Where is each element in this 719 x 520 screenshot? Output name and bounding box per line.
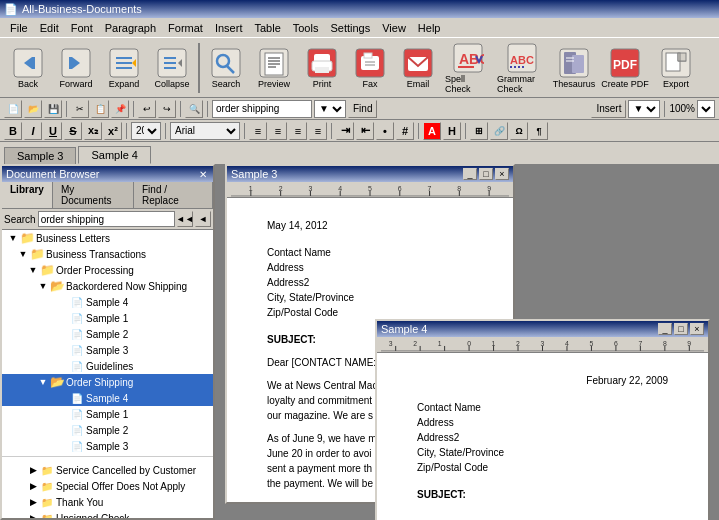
tree-item-unsigned-check[interactable]: ▶ 📁 Unsigned Check <box>2 510 213 518</box>
tree-item-sample2-1[interactable]: 📄 Sample 2 <box>2 326 213 342</box>
menu-table[interactable]: Table <box>248 20 286 36</box>
minimize-btn[interactable]: _ <box>463 168 477 180</box>
browser-nav-prev[interactable]: ◄◄ <box>177 211 193 227</box>
tree-item-backordered[interactable]: ▼ 📂 Backordered Now Shipping <box>2 278 213 294</box>
tree-view[interactable]: ▼ 📁 Business Letters ▼ 📁 Business Transa… <box>2 230 213 518</box>
print-button[interactable]: Print <box>298 44 346 92</box>
menu-help[interactable]: Help <box>412 20 447 36</box>
copy-btn[interactable]: 📋 <box>91 100 109 118</box>
browser-tab-mydocs[interactable]: My Documents <box>53 182 134 208</box>
tree-item-sample2-2[interactable]: 📄 Sample 2 <box>2 422 213 438</box>
font-size-select[interactable]: 20 <box>131 122 161 140</box>
menu-format[interactable]: Format <box>162 20 209 36</box>
zoom-out-btn[interactable]: 🔍 <box>185 100 203 118</box>
tree-item-sample1-2[interactable]: 📄 Sample 1 <box>2 406 213 422</box>
align-right-btn[interactable]: ≡ <box>289 122 307 140</box>
expand-button[interactable]: Expand <box>100 44 148 92</box>
show-all-btn[interactable]: ¶ <box>530 122 548 140</box>
menu-insert[interactable]: Insert <box>209 20 249 36</box>
panel-close-btn[interactable]: ✕ <box>197 169 209 180</box>
number-btn[interactable]: # <box>396 122 414 140</box>
bullet-btn[interactable]: • <box>376 122 394 140</box>
menu-file[interactable]: File <box>4 20 34 36</box>
find-dropdown[interactable]: ▼ <box>314 100 346 118</box>
tree-item-business-transactions[interactable]: ▼ 📁 Business Transactions <box>2 246 213 262</box>
align-center-btn[interactable]: ≡ <box>269 122 287 140</box>
tree-item-sample3-2[interactable]: 📄 Sample 3 <box>2 438 213 454</box>
browser-nav-next[interactable]: ◄ <box>195 211 211 227</box>
tree-item-sample3-1[interactable]: 📄 Sample 3 <box>2 342 213 358</box>
open-btn[interactable]: 📂 <box>24 100 42 118</box>
link-btn[interactable]: 🔗 <box>490 122 508 140</box>
tree-item-sample4-2[interactable]: 📄 Sample 4 <box>2 390 213 406</box>
menu-tools[interactable]: Tools <box>287 20 325 36</box>
tree-item-thank-you[interactable]: ▶ 📁 Thank You <box>2 494 213 510</box>
back-button[interactable]: Back <box>4 44 52 92</box>
browser-search-input[interactable] <box>38 211 175 227</box>
new-doc-btn[interactable]: 📄 <box>4 100 22 118</box>
tree-item-business-letters[interactable]: ▼ 📁 Business Letters <box>2 230 213 246</box>
undo-btn[interactable]: ↩ <box>138 100 156 118</box>
format-sep-4 <box>331 123 332 139</box>
menu-font[interactable]: Font <box>65 20 99 36</box>
outdent-btn[interactable]: ⇤ <box>356 122 374 140</box>
preview-button[interactable]: Preview <box>250 44 298 92</box>
search-button[interactable]: Search <box>202 44 250 92</box>
sub-btn[interactable]: x₂ <box>84 122 102 140</box>
insert-dropdown[interactable]: ▼ <box>628 100 660 118</box>
forward-button[interactable]: Forward <box>52 44 100 92</box>
thesaurus-button[interactable]: Thesaurus <box>550 44 598 92</box>
tree-item-special-offer[interactable]: ▶ 📁 Special Offer Does Not Apply <box>2 478 213 494</box>
redo-btn[interactable]: ↪ <box>158 100 176 118</box>
spell-check-button[interactable]: ABC Spell Check <box>442 39 494 97</box>
tree-item-sample1-1[interactable]: 📄 Sample 1 <box>2 310 213 326</box>
menu-paragraph[interactable]: Paragraph <box>99 20 162 36</box>
bold-btn[interactable]: B <box>4 122 22 140</box>
close-btn[interactable]: × <box>495 168 509 180</box>
tree-item-order-shipping[interactable]: ▼ 📂 Order Shipping <box>2 374 213 390</box>
menu-view[interactable]: View <box>376 20 412 36</box>
paste-btn[interactable]: 📌 <box>111 100 129 118</box>
save-btn[interactable]: 💾 <box>44 100 62 118</box>
indent-btn[interactable]: ⇥ <box>336 122 354 140</box>
collapse-button[interactable]: Collapse <box>148 44 196 92</box>
grammar-check-button[interactable]: ABC Grammar Check <box>494 39 550 97</box>
main-content: Document Browser ✕ Library My Documents … <box>0 164 719 520</box>
color-btn[interactable]: A <box>423 122 441 140</box>
maximize-btn-s4[interactable]: □ <box>674 323 688 335</box>
find-input[interactable] <box>212 100 312 118</box>
cut-btn[interactable]: ✂ <box>71 100 89 118</box>
justify-btn[interactable]: ≡ <box>309 122 327 140</box>
create-pdf-button[interactable]: PDF Create PDF <box>598 44 652 92</box>
table-btn[interactable]: ⊞ <box>470 122 488 140</box>
symbol-btn[interactable]: Ω <box>510 122 528 140</box>
maximize-btn[interactable]: □ <box>479 168 493 180</box>
tree-item-order-processing[interactable]: ▼ 📁 Order Processing <box>2 262 213 278</box>
export-button[interactable]: Export <box>652 44 700 92</box>
align-left-btn[interactable]: ≡ <box>249 122 267 140</box>
minimize-btn-s4[interactable]: _ <box>658 323 672 335</box>
highlight-btn[interactable]: H <box>443 122 461 140</box>
menu-settings[interactable]: Settings <box>324 20 376 36</box>
svg-rect-12 <box>164 57 176 59</box>
browser-tab-find[interactable]: Find / Replace <box>134 182 213 208</box>
close-btn-s4[interactable]: × <box>690 323 704 335</box>
underline-btn[interactable]: U <box>44 122 62 140</box>
find-button[interactable]: Find <box>348 100 377 118</box>
italic-btn[interactable]: I <box>24 122 42 140</box>
tab-sample4[interactable]: Sample 4 <box>78 146 150 164</box>
tree-item-guidelines-1[interactable]: 📄 Guidelines <box>2 358 213 374</box>
zoom-select[interactable]: ▼ <box>697 100 715 118</box>
font-name-select[interactable]: Arial <box>170 122 240 140</box>
insert-btn[interactable]: Insert <box>591 100 626 118</box>
svg-rect-52 <box>678 53 686 61</box>
menu-edit[interactable]: Edit <box>34 20 65 36</box>
tab-sample3[interactable]: Sample 3 <box>4 147 76 164</box>
tree-item-sample4-1[interactable]: 📄 Sample 4 <box>2 294 213 310</box>
fax-button[interactable]: Fax <box>346 44 394 92</box>
tree-item-service-cancelled[interactable]: ▶ 📁 Service Cancelled by Customer <box>2 462 213 478</box>
browser-tab-library[interactable]: Library <box>2 182 53 208</box>
sup-btn[interactable]: x² <box>104 122 122 140</box>
strikethrough-btn[interactable]: S <box>64 122 82 140</box>
email-button[interactable]: Email <box>394 44 442 92</box>
